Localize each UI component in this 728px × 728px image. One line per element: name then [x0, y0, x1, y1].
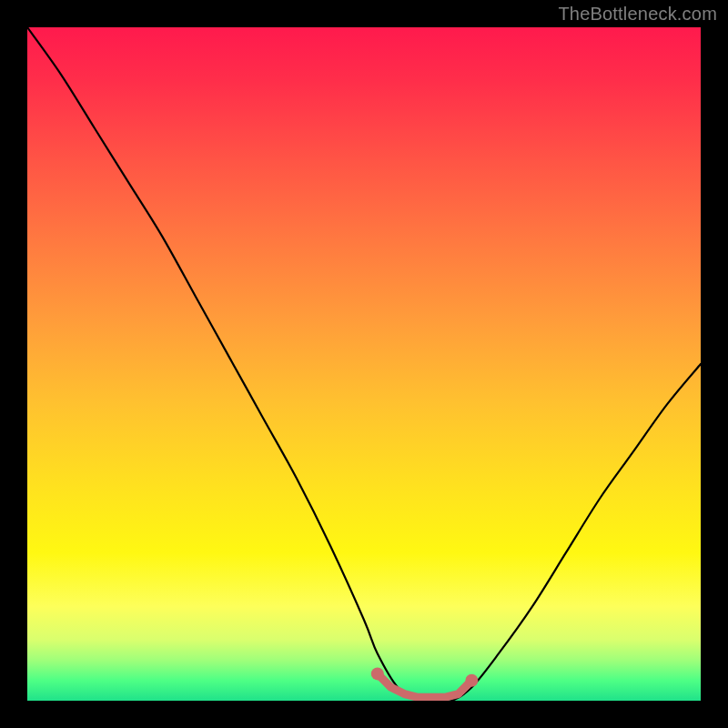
marker-dot — [371, 667, 384, 680]
curve-svg — [27, 27, 701, 701]
marker-dot — [465, 674, 478, 687]
bottleneck-curve — [27, 27, 701, 701]
watermark-text: TheBottleneck.com — [558, 4, 717, 25]
chart-frame: TheBottleneck.com — [0, 0, 728, 728]
plot-area — [27, 27, 701, 701]
